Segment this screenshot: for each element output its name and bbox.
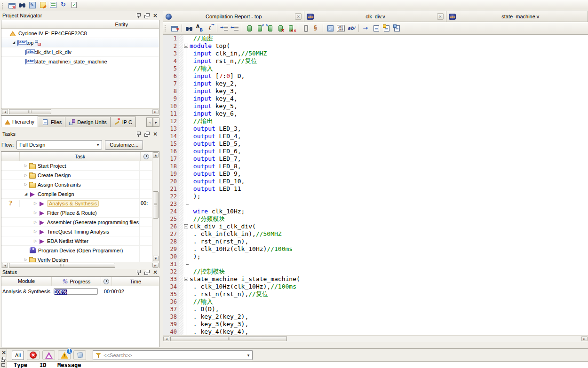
edit-button[interactable] [28, 0, 37, 9]
message-search-combobox[interactable]: <<Search>> ▾ [93, 350, 253, 360]
code-line[interactable]: 28 . rst_n(rst_n), [163, 238, 588, 245]
id-column-header[interactable]: ID [40, 362, 57, 368]
code-line[interactable]: 4 input rst_n,//复位 [163, 57, 588, 65]
template-button[interactable] [372, 23, 381, 33]
code-line[interactable]: 15 output LED_5, [163, 140, 588, 148]
code-line[interactable]: 36 //输入 [163, 298, 588, 305]
code-line[interactable]: 23 [163, 200, 588, 208]
comment-button[interactable]: ab/ [347, 23, 356, 33]
float-panel-button[interactable] [0, 356, 6, 362]
expander-icon[interactable]: ▷ [23, 258, 29, 262]
scroll-thumb[interactable] [170, 336, 287, 341]
list-button[interactable] [48, 0, 58, 9]
scroll-left-arrow[interactable]: ◄ [163, 336, 169, 341]
filter-flags-button[interactable] [73, 350, 86, 360]
code-line[interactable]: 24 wire clk_10Hz; [163, 208, 588, 215]
task-row[interactable]: ▷Fitter (Place & Route) [1, 208, 152, 218]
task-row[interactable]: ▷Start Project [1, 161, 152, 171]
float-panel-button[interactable] [143, 12, 150, 19]
filter-errors-button[interactable] [27, 350, 40, 360]
goto-location-button[interactable] [361, 23, 371, 33]
code-line[interactable]: 11 input key_6, [163, 110, 588, 117]
tasks-vscrollbar[interactable]: ▲ ▼ [152, 152, 159, 262]
code-line[interactable]: 35 . rst_n(rst_n),//复位 [163, 290, 588, 298]
task-row[interactable]: ▷Assign Constraints [1, 180, 152, 189]
code-line[interactable]: 5 //输入 [163, 65, 588, 72]
expander-icon[interactable]: ▷ [23, 182, 29, 187]
line-count-button[interactable]: 267268 [336, 23, 346, 33]
code-line[interactable]: 18 output LED_8, [163, 163, 588, 170]
code-line[interactable]: 31 [163, 260, 588, 268]
document-tab[interactable]: state_machine.v [446, 11, 588, 22]
task-row[interactable]: Program Device (Open Programmer) [1, 246, 152, 255]
code-line[interactable]: 10 input key_5, [163, 102, 588, 110]
goto-bracket-button[interactable] [205, 23, 215, 33]
tasks-hscrollbar[interactable]: ◄ ► [1, 262, 159, 269]
tab-scroll-left-button[interactable]: ◄ [146, 117, 153, 127]
expander-icon[interactable]: ▷ [32, 201, 39, 205]
document-tab[interactable]: Compilation Report - top× [163, 11, 304, 22]
scroll-right-arrow[interactable]: ► [152, 109, 159, 114]
filter-critical-warnings-button[interactable] [42, 350, 55, 360]
code-line[interactable]: 7 input key_2, [163, 80, 588, 87]
code-line[interactable]: 30 ); [163, 253, 588, 260]
note-button[interactable] [38, 0, 48, 9]
code-line[interactable]: 38 . key_2(key_2), [163, 313, 588, 321]
expander-icon[interactable]: ◢ [23, 192, 29, 196]
find-button[interactable] [184, 23, 194, 33]
time-column-header[interactable]: Time [112, 279, 159, 284]
filter-warnings-button[interactable]: 1 [58, 350, 71, 360]
scroll-thumb[interactable] [153, 191, 159, 219]
task-row[interactable]: ▷Verify Design [1, 255, 152, 262]
toolbar-grip[interactable] [2, 3, 5, 9]
pin-panel-button[interactable] [135, 269, 142, 275]
expander-icon[interactable]: ▷ [32, 239, 39, 243]
bookmark-clear-button[interactable] [276, 23, 285, 33]
entity-column-header[interactable]: Entity [1, 20, 159, 29]
code-line[interactable]: 22 ); [163, 193, 588, 200]
toolbar-grip[interactable] [165, 25, 167, 31]
pin-panel-button[interactable] [135, 12, 142, 19]
bookmark-button[interactable] [245, 23, 254, 33]
task-row[interactable]: ▷EDA Netlist Writer [1, 236, 152, 246]
attach-button[interactable] [301, 23, 310, 33]
scroll-right-arrow[interactable]: ► [152, 263, 159, 268]
flow-select[interactable]: Full Design ▼ [16, 140, 102, 149]
customize-button[interactable]: Customize... [105, 140, 143, 150]
scroll-thumb[interactable] [9, 263, 115, 268]
replace-button[interactable] [195, 23, 204, 33]
template-insert-button[interactable] [382, 23, 391, 33]
code-line[interactable]: 39 . key_3(key_3), [163, 321, 588, 328]
refresh-button[interactable] [59, 0, 68, 9]
code-line[interactable]: 21 output LED_11 [163, 185, 588, 193]
editor-hscrollbar[interactable]: ◄ ► [163, 335, 588, 342]
tab-files[interactable]: Files [38, 117, 65, 127]
find-button[interactable] [17, 0, 27, 9]
expander-icon[interactable]: ▷ [32, 211, 39, 215]
template-properties-button[interactable] [392, 23, 402, 33]
expander-icon[interactable]: ▷ [32, 220, 39, 224]
close-panel-button[interactable] [151, 12, 158, 19]
close-tab-button[interactable]: × [437, 13, 444, 20]
progress-column-header[interactable]: % Progress [52, 277, 101, 286]
scroll-down-arrow[interactable]: ▼ [153, 256, 159, 261]
code-line[interactable]: 14 output LED_4, [163, 133, 588, 140]
expander-icon[interactable]: ▷ [23, 173, 29, 177]
tree-item[interactable]: ◢top [1, 38, 159, 47]
tab-hierarchy[interactable]: Hierarchy [1, 116, 38, 127]
close-panel-button[interactable] [151, 131, 158, 137]
tab-design-units[interactable]: Design Units [65, 117, 110, 127]
fold-start-marker[interactable] [183, 275, 190, 283]
message-column-header[interactable]: Message [57, 362, 81, 368]
code-line[interactable]: 2module top( [163, 42, 588, 50]
expander-icon[interactable]: ◢ [10, 40, 17, 45]
code-line[interactable]: 13 output LED_3, [163, 125, 588, 133]
code-line[interactable]: 34 . clk_10Hz(clk_10Hz),//100ms [163, 283, 588, 290]
save-editor-button[interactable] [170, 23, 179, 33]
document-tab[interactable]: clk_div.v× [304, 11, 446, 22]
code-line[interactable]: 9 input key_4, [163, 95, 588, 102]
bookmark-prev-button[interactable] [265, 23, 275, 33]
code-line[interactable]: 25 //分频模块 [163, 215, 588, 223]
code-line[interactable]: 32 //控制模块 [163, 268, 588, 275]
code-line[interactable]: 19 output LED_9, [163, 170, 588, 178]
